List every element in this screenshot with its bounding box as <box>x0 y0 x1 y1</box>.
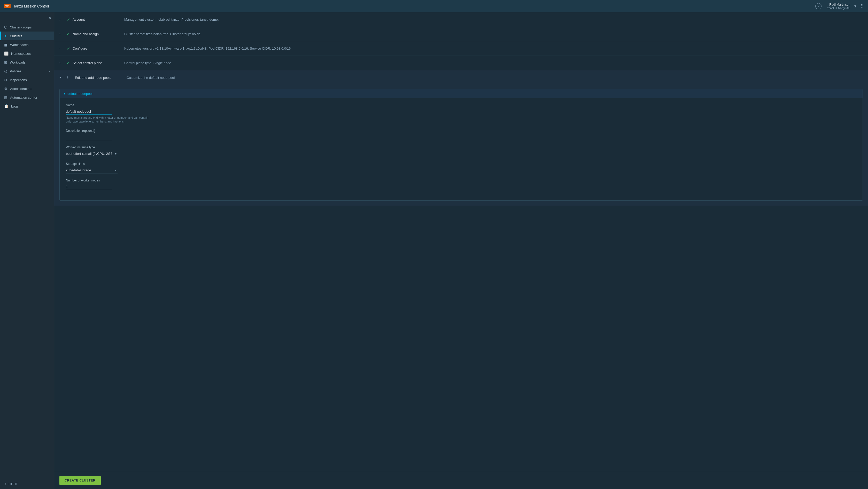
create-cluster-button[interactable]: CREATE CLUSTER <box>59 476 101 485</box>
step-control-plane: › ✓ Select control plane Control plane t… <box>54 56 868 70</box>
sidebar-item-clusters[interactable]: ✦ Clusters <box>0 32 54 40</box>
name-field-label: Name <box>66 103 857 107</box>
theme-label: LIGHT <box>8 482 18 486</box>
sidebar-item-label: Logs <box>11 104 18 108</box>
step-name-status-icon: ✓ <box>67 32 70 36</box>
workspaces-icon: ▣ <box>4 43 7 47</box>
name-field-hint: Name must start and end with a letter or… <box>66 116 154 124</box>
node-pool-body: Name Name must start and end with a lett… <box>60 98 863 200</box>
step-account-title: Account <box>72 18 124 22</box>
sidebar-footer[interactable]: ☀ LIGHT <box>0 479 54 489</box>
step-control-plane-title: Select control plane <box>72 61 124 65</box>
wizard-steps: › ✓ Account Management cluster: nolab-os… <box>54 12 868 472</box>
form-group-name: Name Name must start and end with a lett… <box>66 103 857 124</box>
num-workers-label: Number of worker nodes <box>66 179 857 182</box>
step-node-pools-desc: Customize the default node pool <box>127 76 863 80</box>
sidebar-item-label: Cluster groups <box>10 25 32 29</box>
step-name-chevron[interactable]: › <box>59 32 64 36</box>
policies-icon: ◎ <box>4 69 7 73</box>
sidebar-item-policies[interactable]: ◎ Policies › <box>0 67 54 75</box>
sidebar-item-label: Namespaces <box>11 52 31 56</box>
sidebar-item-label: Inspections <box>10 78 27 82</box>
worker-instance-select-wrapper: best-effort-xsmall (2vCPU, 2GB R <box>66 151 118 157</box>
step-account: › ✓ Account Management cluster: nolab-os… <box>54 12 868 27</box>
form-group-num-workers: Number of worker nodes <box>66 179 857 190</box>
worker-instance-label: Worker instance type <box>66 146 857 149</box>
step-account-desc: Management cluster: nolab-osl-tanzu. Pro… <box>124 18 863 22</box>
storage-class-select-wrapper: kube-lab-storage <box>66 167 118 174</box>
help-icon[interactable]: ? <box>815 3 822 9</box>
node-pool-card-header[interactable]: ▾ default-nodepool <box>60 89 863 98</box>
step-node-pools: ▾ 5. Edit and add node pools Customize t… <box>54 70 868 206</box>
sidebar-item-label: Clusters <box>10 34 22 38</box>
app-title: Tanzu Mission Control <box>13 4 49 8</box>
sidebar-item-label: Workspaces <box>10 43 28 47</box>
bottom-bar: CREATE CLUSTER <box>54 472 868 489</box>
policies-chevron-icon: › <box>49 70 50 73</box>
content-area: › ✓ Account Management cluster: nolab-os… <box>54 12 868 489</box>
sidebar-item-automation-center[interactable]: ▤ Automation center <box>0 93 54 102</box>
workloads-icon: ⊞ <box>4 60 7 64</box>
step-configure-chevron[interactable]: › <box>59 47 64 51</box>
description-field-input[interactable] <box>66 134 113 140</box>
clusters-icon: ✦ <box>4 34 7 38</box>
step-node-pools-number: 5. <box>67 76 73 80</box>
sidebar-item-label: Workloads <box>10 60 26 64</box>
user-org: Proact IT Norge AS <box>826 6 850 9</box>
sidebar-collapse: « <box>0 14 54 23</box>
sidebar-item-label: Automation center <box>10 96 37 99</box>
node-pool-card: ▾ default-nodepool Name Name must start … <box>59 89 863 201</box>
sidebar-item-workloads[interactable]: ⊞ Workloads <box>0 58 54 67</box>
logs-icon: 📋 <box>4 104 8 108</box>
sidebar-item-cluster-groups[interactable]: ⬡ Cluster groups <box>0 23 54 32</box>
topbar-left: vm Tanzu Mission Control <box>4 4 49 8</box>
administration-icon: ⚙ <box>4 87 7 91</box>
sidebar-collapse-button[interactable]: « <box>49 16 51 20</box>
step-configure: › ✓ Configure Kubernetes version: v1.18.… <box>54 41 868 56</box>
apps-icon[interactable]: ⠿ <box>861 3 864 9</box>
step-control-plane-status-icon: ✓ <box>67 60 70 65</box>
sidebar-item-namespaces[interactable]: ⬜ Namespaces <box>0 49 54 58</box>
vmware-logo: vm <box>4 4 10 8</box>
sidebar-item-label: Administration <box>10 87 31 91</box>
step-node-pools-header: ▾ 5. Edit and add node pools Customize t… <box>54 70 868 85</box>
user-info: Rudi Martinsen Proact IT Norge AS <box>826 3 850 9</box>
inspections-icon: ⊙ <box>4 78 7 82</box>
form-group-description: Description (optional) <box>66 129 857 140</box>
sidebar-item-logs[interactable]: 📋 Logs <box>0 102 54 111</box>
storage-class-select[interactable]: kube-lab-storage <box>66 167 118 174</box>
form-group-worker-instance: Worker instance type best-effort-xsmall … <box>66 146 857 157</box>
sidebar-item-label: Policies <box>10 69 22 73</box>
num-workers-input[interactable] <box>66 184 113 190</box>
user-name: Rudi Martinsen <box>829 3 850 6</box>
step-name-assign: › ✓ Name and assign Cluster name: tkgs-n… <box>54 27 868 41</box>
step-name-title: Name and assign <box>72 32 124 36</box>
step-node-pools-chevron[interactable]: ▾ <box>59 76 64 79</box>
namespaces-icon: ⬜ <box>4 52 8 56</box>
step-account-chevron[interactable]: › <box>59 18 64 22</box>
automation-icon: ▤ <box>4 95 7 99</box>
theme-icon: ☀ <box>4 482 7 486</box>
step-configure-title: Configure <box>72 47 124 51</box>
storage-class-label: Storage class <box>66 162 857 166</box>
step-configure-desc: Kubernetes version: v1.18.10+vmware.1-tk… <box>124 47 863 51</box>
worker-instance-select[interactable]: best-effort-xsmall (2vCPU, 2GB R <box>66 151 118 157</box>
step-configure-status-icon: ✓ <box>67 46 70 51</box>
cluster-groups-icon: ⬡ <box>4 25 7 29</box>
step-control-plane-chevron[interactable]: › <box>59 61 64 65</box>
dropdown-icon[interactable]: ▾ <box>854 4 857 8</box>
topbar-right: ? Rudi Martinsen Proact IT Norge AS ▾ ⠿ <box>815 3 864 9</box>
form-group-storage-class: Storage class kube-lab-storage <box>66 162 857 174</box>
node-pool-container: ▾ default-nodepool Name Name must start … <box>54 85 868 206</box>
node-pool-name-label: default-nodepool <box>67 92 92 96</box>
sidebar-item-workspaces[interactable]: ▣ Workspaces <box>0 40 54 49</box>
sidebar-item-administration[interactable]: ⚙ Administration <box>0 84 54 93</box>
topbar: vm Tanzu Mission Control ? Rudi Martinse… <box>0 0 868 12</box>
sidebar: « ⬡ Cluster groups ✦ Clusters ▣ Workspac… <box>0 12 54 489</box>
name-field-input[interactable] <box>66 109 113 115</box>
step-control-plane-desc: Control plane type: Single node <box>124 61 863 65</box>
description-field-label: Description (optional) <box>66 129 857 132</box>
sidebar-item-inspections[interactable]: ⊙ Inspections <box>0 75 54 84</box>
step-account-status-icon: ✓ <box>67 17 70 22</box>
main-layout: « ⬡ Cluster groups ✦ Clusters ▣ Workspac… <box>0 12 868 489</box>
